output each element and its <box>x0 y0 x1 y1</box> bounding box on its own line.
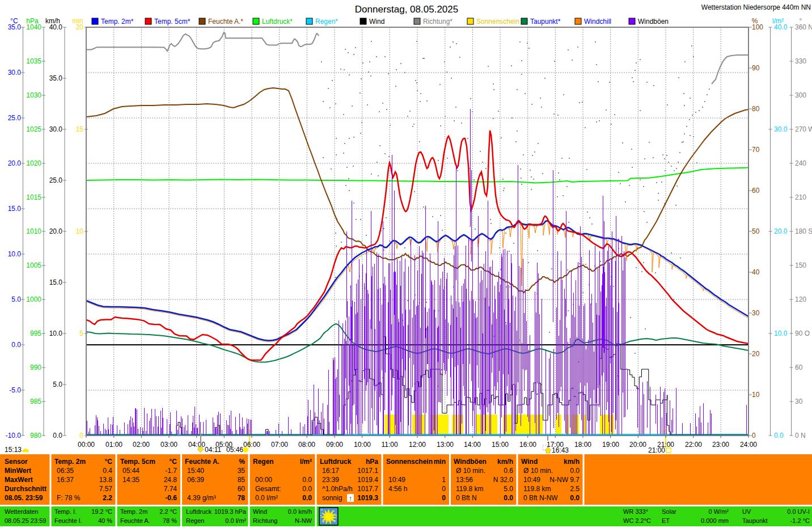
svg-text:min: min <box>434 458 446 466</box>
svg-text:80: 80 <box>752 105 760 113</box>
svg-text:15.0: 15.0 <box>49 278 63 286</box>
svg-text:15:00: 15:00 <box>492 441 509 449</box>
svg-text:1015: 1015 <box>26 193 41 201</box>
svg-text:02:00: 02:00 <box>133 441 150 449</box>
svg-text:Richtung: Richtung <box>253 517 277 524</box>
svg-text:Feuchte I.: Feuchte I. <box>54 517 82 524</box>
svg-text:-5.0: -5.0 <box>9 386 21 394</box>
svg-text:Luftdruck: Luftdruck <box>320 458 352 466</box>
svg-text:km/h: km/h <box>497 458 513 466</box>
svg-text:78 %: 78 % <box>163 517 177 524</box>
svg-text:0.000 mm: 0.000 mm <box>701 517 729 524</box>
svg-text:150: 150 <box>795 261 806 269</box>
svg-text:25.0: 25.0 <box>49 176 63 184</box>
svg-text:Ø 10 min.: Ø 10 min. <box>456 467 485 475</box>
svg-text:300: 300 <box>795 91 806 99</box>
svg-text:22:00: 22:00 <box>685 441 702 449</box>
svg-text:40.0: 40.0 <box>49 23 63 31</box>
svg-text:23:39: 23:39 <box>322 476 339 484</box>
svg-text:Feuchte A.*: Feuchte A.* <box>208 18 243 26</box>
svg-text:15: 15 <box>76 125 84 133</box>
svg-text:10.0: 10.0 <box>774 330 788 337</box>
svg-text:5: 5 <box>79 330 83 337</box>
svg-text:35.0: 35.0 <box>49 74 63 82</box>
svg-text:08.05. 23:59: 08.05. 23:59 <box>5 494 43 502</box>
svg-text:1017.1: 1017.1 <box>357 467 378 475</box>
svg-text:10:49: 10:49 <box>523 476 540 484</box>
svg-text:24:00: 24:00 <box>740 441 757 449</box>
svg-text:Wetterstation Niedersorpe 440m: Wetterstation Niedersorpe 440m NN <box>701 3 811 11</box>
svg-text:0: 0 <box>79 432 83 440</box>
svg-text:Wind: Wind <box>253 508 267 515</box>
svg-text:0.0: 0.0 <box>570 467 580 475</box>
svg-text:995: 995 <box>30 330 41 337</box>
svg-text:120: 120 <box>795 295 806 303</box>
svg-text:30: 30 <box>752 309 760 317</box>
svg-text:1010: 1010 <box>26 227 41 235</box>
svg-text:12:00: 12:00 <box>409 441 426 449</box>
svg-text:1019.3: 1019.3 <box>357 494 378 502</box>
svg-text:Taupunkt: Taupunkt <box>742 517 768 524</box>
svg-text:0.0: 0.0 <box>11 341 21 349</box>
svg-text:07:00: 07:00 <box>271 441 288 449</box>
svg-text:Temp. 5cm: Temp. 5cm <box>120 458 155 466</box>
svg-text:15:13: 15:13 <box>5 446 22 454</box>
svg-text:16:37: 16:37 <box>57 476 74 484</box>
svg-text:Wind: Wind <box>521 458 538 466</box>
svg-text:Temp. 2m: Temp. 2m <box>54 458 86 466</box>
svg-text:Regen*: Regen* <box>315 18 338 26</box>
svg-text:08.05.25 23:59: 08.05.25 23:59 <box>5 517 46 524</box>
svg-text:0 Bft N: 0 Bft N <box>456 494 477 502</box>
svg-text:21:00: 21:00 <box>648 446 665 454</box>
svg-text:35: 35 <box>238 467 246 475</box>
svg-text:40.0: 40.0 <box>774 23 788 31</box>
svg-text:119.8 km: 119.8 km <box>456 485 483 493</box>
svg-text:Feuchte A.: Feuchte A. <box>120 517 150 524</box>
svg-text:0.0: 0.0 <box>302 494 312 502</box>
svg-text:F: 78 %: F: 78 % <box>57 494 81 502</box>
svg-text:19.2 °C: 19.2 °C <box>91 508 112 515</box>
svg-text:05:46: 05:46 <box>226 446 243 454</box>
svg-text:-1.2 °C: -1.2 °C <box>790 517 810 524</box>
svg-text:13.8: 13.8 <box>99 476 113 484</box>
svg-text:Solar: Solar <box>662 508 676 515</box>
svg-text:60: 60 <box>238 485 246 493</box>
svg-text:23:00: 23:00 <box>712 441 729 449</box>
svg-text:7.74: 7.74 <box>164 485 177 493</box>
svg-text:70: 70 <box>752 146 760 154</box>
svg-text:40 %: 40 % <box>98 517 112 524</box>
svg-text:06:39: 06:39 <box>187 476 204 484</box>
svg-text:990: 990 <box>30 364 41 371</box>
svg-text:0 N: 0 N <box>795 432 806 440</box>
svg-text:Luftdruck: Luftdruck <box>186 508 212 515</box>
svg-text:km/h: km/h <box>564 458 580 466</box>
svg-text:30: 30 <box>795 398 803 405</box>
svg-text:13:00: 13:00 <box>437 441 454 449</box>
svg-text:100: 100 <box>752 23 763 31</box>
svg-text:Windchill: Windchill <box>584 18 611 26</box>
svg-text:30.0: 30.0 <box>8 69 22 77</box>
svg-text:78: 78 <box>238 494 246 502</box>
svg-text:0.0 km/h: 0.0 km/h <box>288 508 312 515</box>
svg-text:90: 90 <box>752 64 760 72</box>
svg-text:Sonnenschein: Sonnenschein <box>386 458 433 466</box>
svg-text:ET: ET <box>662 517 670 524</box>
svg-text:Wetterdaten: Wetterdaten <box>5 508 39 515</box>
svg-text:360 N: 360 N <box>795 23 812 31</box>
svg-text:hPa: hPa <box>366 458 378 466</box>
svg-text:Temp. I.: Temp. I. <box>54 508 77 515</box>
svg-text:5.0: 5.0 <box>504 485 513 493</box>
svg-text:20: 20 <box>752 350 760 358</box>
svg-text:-1.7: -1.7 <box>165 467 177 475</box>
svg-text:16:43: 16:43 <box>552 446 569 454</box>
svg-text:20:00: 20:00 <box>629 441 646 449</box>
svg-text:0.0: 0.0 <box>504 494 513 502</box>
svg-text:04:00: 04:00 <box>188 441 205 449</box>
svg-text:4.39 g/m³: 4.39 g/m³ <box>187 494 216 502</box>
svg-text:MinWert: MinWert <box>5 467 31 475</box>
svg-text:10.0: 10.0 <box>49 330 63 337</box>
svg-text:18:00: 18:00 <box>574 441 591 449</box>
svg-text:01:00: 01:00 <box>105 441 122 449</box>
svg-text:05:44: 05:44 <box>122 467 139 475</box>
svg-text:Wind: Wind <box>369 18 384 26</box>
